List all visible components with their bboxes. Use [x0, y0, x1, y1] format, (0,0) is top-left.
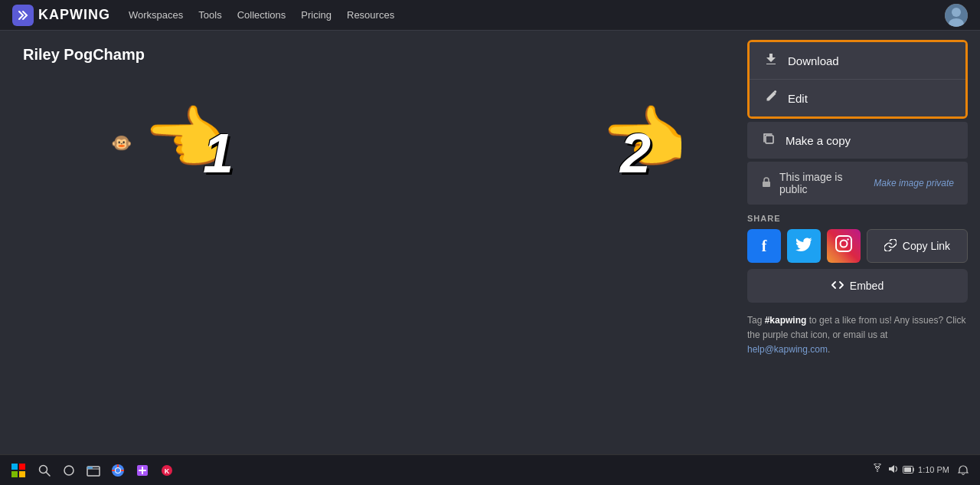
user-avatar[interactable] [945, 4, 968, 27]
facebook-share-button[interactable]: f [747, 229, 781, 263]
svg-rect-4 [766, 136, 773, 143]
start-button[interactable] [6, 458, 31, 483]
edit-button[interactable]: Edit [750, 79, 965, 116]
nav-pricing[interactable]: Pricing [301, 9, 332, 21]
highlight-box: Download Edit [747, 40, 968, 119]
svg-point-7 [841, 241, 848, 247]
embed-button[interactable]: Embed [747, 269, 968, 303]
privacy-text: This image is public [779, 171, 866, 195]
svg-rect-10 [19, 464, 25, 470]
logo[interactable]: KAPWING [12, 5, 110, 26]
copy-link-label: Copy Link [903, 240, 950, 252]
svg-rect-12 [19, 471, 25, 477]
taskbar: K 1:10 PM [0, 454, 980, 485]
copy-icon [761, 133, 776, 148]
copy-link-button[interactable]: Copy Link [867, 229, 968, 263]
make-copy-button[interactable]: Make a copy [747, 122, 968, 159]
svg-rect-9 [11, 464, 18, 470]
taskbar-chrome[interactable] [107, 460, 129, 481]
face-emoji: 🐵 [111, 133, 132, 153]
download-label: Download [788, 54, 839, 67]
facebook-icon: f [762, 238, 767, 255]
svg-text:K: K [165, 467, 170, 475]
number-2-badge: 2 [620, 122, 651, 185]
taskbar-search[interactable] [34, 460, 55, 481]
navbar: KAPWING Workspaces Tools Collections Pri… [0, 0, 980, 31]
nav-resources[interactable]: Resources [347, 9, 394, 21]
twitter-share-button[interactable] [787, 229, 821, 263]
project-title: Riley PogChamp [23, 46, 712, 64]
instagram-share-button[interactable] [827, 229, 861, 263]
taskbar-time: 1:10 PM [918, 464, 949, 475]
twitter-icon [795, 236, 812, 256]
tag-email-link[interactable]: help@kapwing.com [747, 344, 828, 355]
svg-rect-25 [904, 467, 911, 472]
taskbar-explorer[interactable] [83, 460, 104, 481]
svg-point-20 [116, 468, 120, 473]
download-icon [763, 53, 779, 68]
nav-collections[interactable]: Collections [237, 9, 286, 21]
tag-suffix: . [828, 344, 830, 355]
privacy-row: This image is public Make image private [747, 162, 968, 205]
instagram-icon [835, 235, 852, 257]
svg-rect-6 [836, 236, 851, 251]
tag-hashtag: #kapwing [765, 315, 807, 326]
left-panel: Riley PogChamp 🐵 1 👉 👉 2 [0, 31, 735, 454]
taskbar-app1[interactable] [132, 460, 153, 481]
make-private-link[interactable]: Make image private [874, 178, 954, 188]
lock-icon [761, 177, 772, 190]
nav-tools[interactable]: Tools [198, 9, 221, 21]
svg-point-2 [952, 8, 961, 17]
logo-text: KAPWING [38, 7, 110, 23]
svg-point-8 [847, 238, 848, 240]
battery-icon [903, 464, 915, 476]
embed-label: Embed [850, 280, 884, 292]
logo-icon [12, 5, 34, 26]
svg-rect-17 [87, 467, 93, 469]
share-row: f [747, 229, 968, 263]
canvas-area: 🐵 1 👉 👉 2 [23, 76, 712, 469]
svg-rect-5 [763, 182, 770, 187]
edit-icon [763, 90, 779, 106]
download-button[interactable]: Download [750, 42, 965, 79]
number-1-badge: 1 [203, 122, 234, 185]
nav-workspaces[interactable]: Workspaces [129, 9, 183, 21]
nav-links: Workspaces Tools Collections Pricing Res… [129, 9, 394, 21]
volume-icon [887, 464, 898, 477]
svg-point-15 [64, 466, 74, 475]
share-label: SHARE [747, 214, 968, 223]
right-panel: Download Edit Make a copy [735, 31, 980, 454]
tag-note: Tag #kapwing to get a like from us! Any … [747, 313, 968, 358]
tag-prefix: Tag [747, 315, 765, 326]
taskbar-app2[interactable]: K [156, 460, 178, 481]
wifi-icon [872, 464, 883, 477]
taskbar-cortana[interactable] [58, 460, 80, 481]
embed-icon [831, 279, 844, 293]
svg-line-14 [46, 472, 50, 476]
notification-button[interactable] [952, 460, 974, 481]
main-content: Riley PogChamp 🐵 1 👉 👉 2 Download [0, 31, 980, 454]
make-copy-label: Make a copy [786, 134, 851, 147]
svg-rect-11 [11, 471, 18, 477]
time-display: 1:10 PM [918, 464, 949, 475]
link-icon [884, 239, 897, 254]
edit-label: Edit [788, 92, 808, 105]
taskbar-sys-icons [872, 464, 915, 477]
